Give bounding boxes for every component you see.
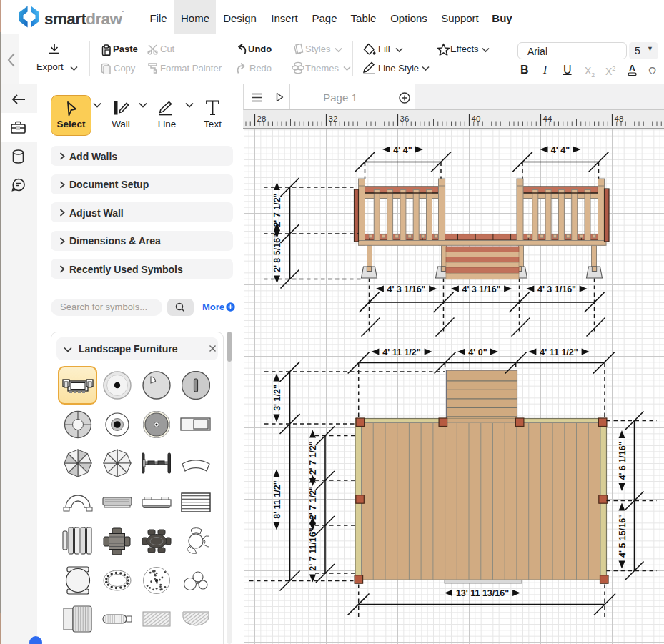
svg-text:48: 48 bbox=[615, 114, 624, 122]
svg-text:4' 6 1/16": 4' 6 1/16" bbox=[618, 441, 628, 480]
svg-text:2' 7 1/2": 2' 7 1/2" bbox=[308, 441, 318, 475]
svg-text:44: 44 bbox=[543, 114, 552, 122]
svg-text:13' 11 13/16": 13' 11 13/16" bbox=[456, 588, 509, 598]
svg-text:4' 4": 4' 4" bbox=[551, 144, 570, 154]
svg-text:4' 5 15/16": 4' 5 15/16" bbox=[618, 513, 628, 557]
svg-text:3' 1/2": 3' 1/2" bbox=[272, 385, 282, 411]
svg-text:2' 7 11/16": 2' 7 11/16" bbox=[308, 527, 318, 570]
svg-text:2' 8 5/16": 2' 8 5/16" bbox=[272, 233, 282, 272]
svg-text:4' 0": 4' 0" bbox=[468, 347, 487, 357]
svg-text:4' 11 1/2": 4' 11 1/2" bbox=[540, 347, 578, 357]
svg-text:4' 4": 4' 4" bbox=[393, 144, 412, 154]
svg-text:4' 3 1/16": 4' 3 1/16" bbox=[387, 284, 425, 294]
svg-text:2' 7 1/2": 2' 7 1/2" bbox=[308, 485, 318, 519]
svg-text:28: 28 bbox=[257, 114, 267, 122]
svg-text:8' 11 1/2": 8' 11 1/2" bbox=[272, 480, 282, 518]
svg-text:2' 7 1/2": 2' 7 1/2" bbox=[272, 193, 282, 227]
svg-text:32: 32 bbox=[329, 114, 338, 122]
svg-text:36: 36 bbox=[400, 114, 410, 122]
svg-text:4' 3 1/16": 4' 3 1/16" bbox=[537, 284, 576, 294]
svg-text:A: A bbox=[629, 64, 636, 74]
svg-text:4' 11 1/2": 4' 11 1/2" bbox=[382, 347, 420, 357]
svg-text:40: 40 bbox=[472, 114, 481, 122]
svg-text:4' 3 1/16": 4' 3 1/16" bbox=[462, 284, 500, 294]
